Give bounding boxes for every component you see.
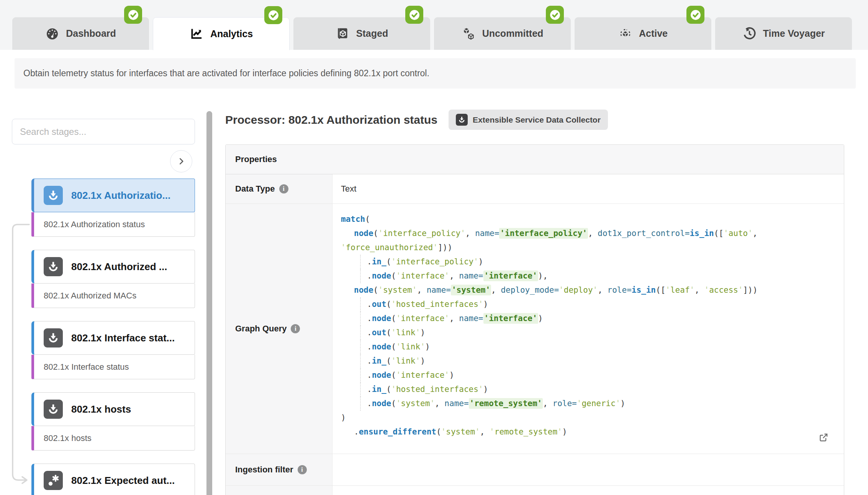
- stage-output-item[interactable]: 802.1x Interface status: [31, 355, 195, 379]
- synced-check-badge: [124, 6, 142, 24]
- stage-card: 802.1x Authorizatio...802.1x Authorizati…: [31, 179, 195, 237]
- collector-type-badge: Extensible Service Data Collector: [449, 110, 608, 130]
- panel-title: Properties: [226, 145, 844, 174]
- code-line: .in_('link'): [341, 354, 829, 368]
- synced-check-badge: [264, 6, 282, 24]
- properties-panel: Properties Data Type i Text Graph Query …: [225, 144, 844, 495]
- property-value-cell: [332, 486, 844, 495]
- property-label-cell: [226, 486, 332, 495]
- staged-icon: [336, 26, 350, 41]
- stage-list: 802.1x Authorizatio...802.1x Authorizati…: [31, 179, 195, 495]
- code-line: .in_('interface_policy'): [341, 255, 829, 269]
- tab-uncommitted[interactable]: Uncommitted: [434, 17, 571, 50]
- tab-label: Time Voyager: [763, 28, 825, 39]
- tab-strip: DashboardAnalyticsStagedUncommittedActiv…: [12, 17, 852, 50]
- sidebar-scrollbar[interactable]: [206, 111, 212, 495]
- info-icon[interactable]: i: [291, 324, 300, 333]
- processor-item[interactable]: 802.1x Expected aut...: [31, 464, 195, 495]
- tab-analytics[interactable]: Analytics: [153, 17, 290, 50]
- code-line: node('interface_policy', name='interface…: [341, 226, 829, 241]
- active-icon: [618, 26, 632, 41]
- info-icon[interactable]: i: [298, 465, 307, 474]
- gauge-icon: [45, 26, 59, 41]
- history-icon: [742, 26, 757, 41]
- tab-label: Staged: [356, 28, 388, 39]
- processor-title: 802.1x Expected aut...: [71, 475, 175, 487]
- data-type-label-cell: Data Type i: [226, 174, 332, 203]
- description-bar: Obtain telemetry status for interfaces t…: [15, 58, 856, 89]
- stage-card: 802.1x Authorized ...802.1x Authorized M…: [31, 250, 195, 308]
- stage-card: 802.1x Interface stat...802.1x Interface…: [31, 321, 195, 379]
- processor-item[interactable]: 802.1x Authorized ...: [31, 250, 195, 284]
- property-row-data-type: Data Type i Text: [226, 174, 844, 204]
- processor-icon: [44, 471, 63, 490]
- code-line: node('system', name='system', deploy_mod…: [341, 283, 829, 297]
- code-line: .node('interface', name='interface'): [341, 311, 829, 326]
- search-input[interactable]: [12, 119, 195, 144]
- collector-icon: [44, 328, 63, 347]
- data-type-value: Text: [332, 174, 844, 203]
- graph-query-label: Graph Query: [235, 324, 287, 334]
- collapse-sidebar-button[interactable]: [170, 150, 192, 172]
- stage-output-item[interactable]: 802.1x hosts: [31, 426, 195, 451]
- code-block: match(node('interface_policy', name='int…: [341, 212, 829, 439]
- property-row: [226, 486, 844, 495]
- uncommitted-icon: [462, 26, 476, 41]
- description-text: Obtain telemetry status for interfaces t…: [23, 68, 429, 79]
- analytics-icon: [190, 27, 204, 41]
- collector-icon: [456, 114, 468, 126]
- tab-label: Active: [639, 28, 668, 39]
- stage-card: 802.1x hosts802.1x hosts: [31, 392, 195, 451]
- processor-item[interactable]: 802.1x Authorizatio...: [31, 179, 195, 212]
- code-line: .in_('hosted_interfaces'): [341, 382, 829, 397]
- main-header: Processor: 802.1x Authorization status E…: [225, 109, 608, 130]
- ingestion-filter-value: [332, 454, 844, 485]
- processor-title: 802.1x Authorized ...: [71, 261, 167, 273]
- processor-title: 802.1x Authorizatio...: [71, 190, 170, 202]
- data-type-label: Data Type: [235, 184, 275, 194]
- tab-dashboard[interactable]: Dashboard: [12, 17, 149, 50]
- stage-output-item[interactable]: 802.1x Authorized MACs: [31, 284, 195, 308]
- synced-check-badge: [405, 6, 423, 24]
- tab-label: Analytics: [210, 28, 253, 39]
- synced-check-badge: [686, 6, 704, 24]
- graph-query-code: match(node('interface_policy', name='int…: [332, 204, 844, 454]
- synced-check-badge: [546, 6, 564, 24]
- tab-time-voyager[interactable]: Time Voyager: [715, 17, 852, 50]
- code-line: .node('system', name='remote_system', ro…: [341, 397, 829, 411]
- ingestion-filter-label-cell: Ingestion filter i: [226, 454, 332, 485]
- info-icon[interactable]: i: [279, 184, 288, 193]
- tab-bar: DashboardAnalyticsStagedUncommittedActiv…: [0, 0, 868, 50]
- stage-output-item[interactable]: 802.1x Authorization status: [31, 212, 195, 237]
- property-row-ingestion-filter: Ingestion filter i: [226, 454, 844, 486]
- code-line: 'force_unauthorized'])): [341, 241, 829, 255]
- processor-title: 802.1x hosts: [71, 403, 131, 415]
- code-line: .node('interface', name='interface'),: [341, 269, 829, 283]
- collector-icon: [44, 186, 63, 205]
- code-line: .ensure_different('system', 'remote_syst…: [341, 425, 829, 439]
- processor-item[interactable]: 802.1x Interface stat...: [31, 321, 195, 355]
- code-line: .out('hosted_interfaces'): [341, 297, 829, 311]
- processor-item[interactable]: 802.1x hosts: [31, 392, 195, 426]
- collector-icon: [44, 400, 63, 419]
- tab-active[interactable]: Active: [575, 17, 711, 50]
- stage-card: 802.1x Expected aut...: [31, 464, 195, 495]
- code-line: ): [341, 411, 829, 425]
- external-link-icon[interactable]: [818, 432, 829, 443]
- code-line: .out('link'): [341, 326, 829, 340]
- page-title: Processor: 802.1x Authorization status: [225, 113, 437, 126]
- chevron-right-icon: [177, 157, 185, 166]
- processor-title: 802.1x Interface stat...: [71, 332, 175, 344]
- property-row-graph-query: Graph Query i match(node('interface_poli…: [226, 204, 844, 454]
- app-root: DashboardAnalyticsStagedUncommittedActiv…: [0, 0, 868, 495]
- code-line: match(: [341, 212, 829, 226]
- code-line: .node('link'): [341, 340, 829, 354]
- code-line: .node('interface'): [341, 368, 829, 382]
- collector-icon: [44, 257, 63, 276]
- tab-staged[interactable]: Staged: [293, 17, 430, 50]
- tab-label: Uncommitted: [482, 28, 544, 39]
- graph-query-label-cell: Graph Query i: [226, 204, 332, 454]
- collector-type-label: Extensible Service Data Collector: [473, 115, 601, 125]
- tab-label: Dashboard: [66, 28, 116, 39]
- ingestion-filter-label: Ingestion filter: [235, 465, 293, 475]
